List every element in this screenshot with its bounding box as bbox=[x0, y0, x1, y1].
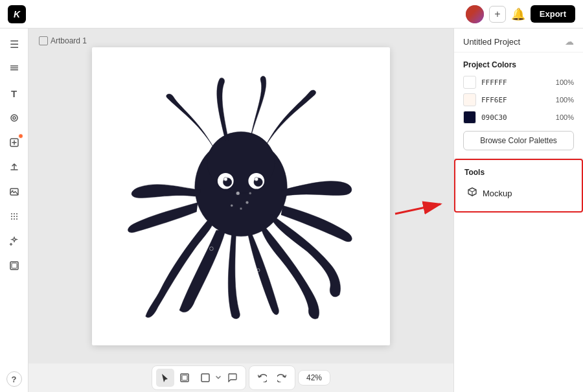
svg-rect-18 bbox=[12, 263, 17, 268]
svg-point-16 bbox=[16, 218, 17, 220]
frame-tool-button[interactable] bbox=[176, 369, 194, 387]
hamburger-menu-icon[interactable]: ☰ bbox=[4, 34, 25, 54]
svg-point-27 bbox=[236, 191, 240, 195]
redo-button[interactable] bbox=[273, 369, 291, 387]
zoom-group: 42% bbox=[298, 370, 330, 386]
magic-icon[interactable] bbox=[4, 231, 25, 251]
upload-icon[interactable] bbox=[4, 157, 25, 178]
color-row-navy: 090C30 100% bbox=[463, 111, 574, 124]
mockup-tool-icon bbox=[467, 187, 477, 200]
app-logo[interactable]: K bbox=[8, 5, 26, 23]
stickers-icon[interactable] bbox=[4, 132, 25, 153]
color-pct-navy: 100% bbox=[556, 113, 574, 121]
tools-label: Tools bbox=[464, 168, 573, 177]
topbar-right: + 🔔 Export bbox=[466, 5, 575, 23]
color-hex-cream: FFF6EF bbox=[481, 96, 551, 104]
arrow-annotation bbox=[454, 213, 583, 218]
left-sidebar: ☰ T ? bbox=[0, 29, 29, 392]
svg-point-8 bbox=[11, 213, 12, 214]
add-button[interactable]: + bbox=[489, 6, 506, 23]
svg-point-31 bbox=[240, 207, 242, 210]
svg-rect-0 bbox=[10, 67, 18, 69]
svg-rect-38 bbox=[201, 374, 209, 382]
svg-point-3 bbox=[11, 115, 17, 121]
chat-tool-button[interactable] bbox=[223, 369, 242, 387]
svg-point-9 bbox=[14, 213, 15, 214]
color-swatch-cream[interactable] bbox=[463, 93, 476, 106]
svg-point-14 bbox=[11, 218, 12, 220]
color-pct-cream: 100% bbox=[556, 96, 574, 104]
color-hex-white: FFFFFF bbox=[481, 78, 551, 87]
svg-point-13 bbox=[16, 216, 17, 217]
color-row-white: FFFFFF 100% bbox=[463, 76, 574, 89]
browse-color-palettes-button[interactable]: Browse Color Palettes bbox=[463, 131, 574, 150]
svg-rect-2 bbox=[10, 65, 18, 67]
history-tools-group bbox=[249, 365, 295, 390]
help-icon[interactable]: ? bbox=[6, 371, 22, 387]
text-tool-icon[interactable]: T bbox=[4, 83, 25, 104]
svg-point-28 bbox=[246, 201, 249, 204]
elements-icon[interactable] bbox=[4, 108, 25, 128]
color-swatch-white[interactable] bbox=[463, 76, 476, 89]
color-hex-navy: 090C30 bbox=[481, 113, 551, 122]
right-panel: Untitled Project ☁ Project Colors FFFFFF… bbox=[453, 29, 583, 392]
selection-tools-group bbox=[152, 365, 246, 390]
zoom-level[interactable]: 42% bbox=[303, 373, 326, 382]
color-row-cream: FFF6EF 100% bbox=[463, 93, 574, 106]
svg-point-33 bbox=[264, 249, 268, 253]
svg-point-12 bbox=[14, 216, 15, 217]
svg-point-25 bbox=[223, 177, 227, 181]
svg-point-26 bbox=[255, 177, 258, 181]
cloud-sync-icon[interactable]: ☁ bbox=[565, 36, 574, 47]
image-icon[interactable] bbox=[4, 181, 25, 202]
svg-point-30 bbox=[249, 192, 251, 194]
main-layout: ☰ T ? bbox=[0, 29, 583, 392]
undo-button[interactable] bbox=[253, 369, 271, 387]
svg-point-34 bbox=[220, 262, 223, 266]
export-button[interactable]: Export bbox=[531, 5, 575, 23]
tools-section: Tools Mockup bbox=[454, 159, 583, 213]
mockup-tool-item[interactable]: Mockup bbox=[464, 183, 573, 203]
artboard-icon bbox=[39, 36, 48, 45]
rectangle-tool-dropdown[interactable] bbox=[195, 369, 222, 387]
svg-point-29 bbox=[231, 204, 233, 207]
bottom-toolbar: 42% bbox=[29, 363, 453, 392]
svg-point-11 bbox=[11, 216, 12, 217]
notifications-icon[interactable]: 🔔 bbox=[511, 7, 525, 21]
dropdown-chevron-icon bbox=[216, 376, 221, 380]
svg-point-10 bbox=[16, 213, 17, 214]
rectangle-tool-button[interactable] bbox=[196, 369, 214, 387]
svg-point-15 bbox=[14, 218, 15, 220]
octopus-illustration bbox=[118, 73, 364, 319]
layers-icon[interactable] bbox=[4, 58, 25, 79]
grid-icon[interactable] bbox=[4, 206, 25, 227]
project-colors-section: Project Colors FFFFFF 100% FFF6EF 100% 0… bbox=[454, 52, 583, 159]
svg-point-4 bbox=[13, 117, 16, 119]
canvas-container: Artboard 1 bbox=[29, 29, 453, 392]
panel-header: Untitled Project ☁ bbox=[454, 29, 583, 52]
mockup-tool-label: Mockup bbox=[483, 189, 512, 198]
project-title: Untitled Project bbox=[463, 37, 520, 47]
artboard-title: Artboard 1 bbox=[51, 36, 87, 45]
color-pct-white: 100% bbox=[556, 78, 574, 86]
color-swatch-navy[interactable] bbox=[463, 111, 476, 124]
select-tool-button[interactable] bbox=[156, 369, 174, 387]
artboard[interactable] bbox=[92, 47, 390, 345]
canvas-area[interactable]: Artboard 1 bbox=[29, 29, 453, 363]
svg-rect-37 bbox=[182, 375, 187, 380]
stack-icon[interactable] bbox=[4, 255, 25, 276]
canvas-wrapper bbox=[29, 29, 453, 363]
svg-rect-1 bbox=[10, 69, 18, 71]
artboard-label: Artboard 1 bbox=[39, 36, 87, 45]
topbar: K + 🔔 Export bbox=[0, 0, 583, 29]
avatar[interactable] bbox=[466, 5, 484, 23]
project-colors-label: Project Colors bbox=[463, 60, 574, 69]
